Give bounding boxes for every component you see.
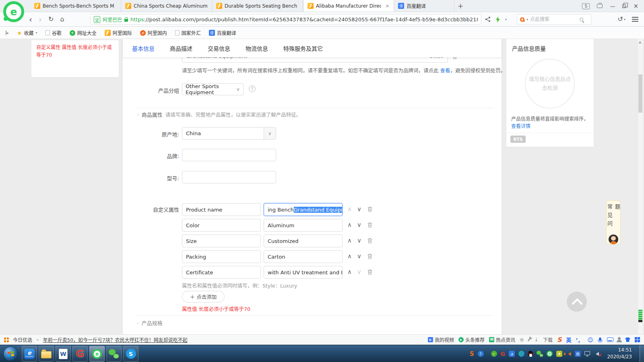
tray-help-icon[interactable]: ? <box>478 351 484 357</box>
tab-trade-info[interactable]: 交易信息 <box>208 44 230 52</box>
attr-value-input[interactable]: ing BenchGrandstand Equipment <box>264 203 343 216</box>
taskbar-app-explorer[interactable] <box>39 346 54 362</box>
tray-wechat-icon[interactable] <box>537 351 543 357</box>
delete-row-icon[interactable] <box>367 238 373 244</box>
page-scrollbar[interactable]: ▲ <box>638 39 643 334</box>
window-close-button[interactable]: × <box>633 2 638 10</box>
download-arrow-icon[interactable]: ↓ <box>534 337 539 343</box>
help-icon[interactable]: ? <box>249 85 256 92</box>
move-up-icon[interactable]: ∧ <box>347 222 352 228</box>
my-videos-item[interactable]: ▶我的视频 <box>428 336 454 343</box>
ime-punctuation-toggle[interactable]: ’， <box>576 336 583 343</box>
headlines-item[interactable]: ▶头条推荐 <box>458 336 485 343</box>
search-engine-icon[interactable] <box>520 17 524 22</box>
bookmark-baidu-translate[interactable]: 译百度翻译 <box>209 29 236 36</box>
delete-row-icon[interactable] <box>367 222 373 228</box>
bookmark-forex[interactable]: 国家外汇 <box>175 29 201 36</box>
home-button[interactable]: ⌂ <box>60 16 64 23</box>
bookmark-google[interactable]: 谷歌 <box>45 29 62 36</box>
recently-closed-caret-icon[interactable]: ▾ <box>624 18 625 21</box>
move-down-icon[interactable]: ∨ <box>357 206 361 212</box>
tray-qq-icon[interactable] <box>528 351 533 357</box>
tray-antivirus-icon[interactable]: ✓ <box>491 351 497 357</box>
move-down-icon[interactable]: ∨ <box>357 238 361 244</box>
bookmark-alibaba-intl[interactable]: 阿里国际 <box>105 29 132 36</box>
browser-tab-4-active[interactable]: Alibaba Manufacturer Directo × <box>303 0 394 12</box>
addon-caret-icon[interactable]: ▾ <box>505 18 507 21</box>
tray-updater-icon[interactable]: + <box>556 351 562 357</box>
news-headline-link[interactable]: 年前一斤卖50，如今一斤亏7块？农民大呼扛不住！网友却说吃不起 <box>43 336 188 343</box>
favorites-menu[interactable]: ★ 收藏 ▾ <box>17 29 37 36</box>
browser-tab-2[interactable]: China Sports Cheap Aluminum <box>121 0 212 12</box>
pin-icon[interactable] <box>527 338 530 341</box>
emoji-icon[interactable]: ☺ <box>587 337 593 343</box>
forward-button[interactable]: › <box>39 15 42 23</box>
sogou-ime-icon[interactable]: S <box>557 336 562 343</box>
toolbox-icon[interactable] <box>597 4 603 8</box>
tab-count-badge[interactable]: 5 <box>582 3 590 9</box>
search-input[interactable] <box>530 16 578 22</box>
attr-value-input[interactable]: Carton <box>264 250 343 263</box>
taskbar-app-browser-active[interactable]: e <box>89 346 105 362</box>
attr-value-input[interactable]: with Anti UV treatment and RoHS <box>264 266 343 279</box>
browser-tab-1[interactable]: Bench Sports-Bench Sports M <box>30 0 121 12</box>
delete-row-icon[interactable] <box>367 269 373 275</box>
tray-sogou-icon[interactable]: S <box>470 350 474 358</box>
keyboard-icon[interactable] <box>607 337 613 342</box>
toolbox-grid-icon[interactable] <box>635 337 640 342</box>
accelerate-bolt-icon[interactable] <box>496 16 500 23</box>
move-up-icon[interactable]: ∧ <box>347 269 352 275</box>
search-box[interactable]: ▾ <box>517 14 591 25</box>
quality-detail-link[interactable]: 查看详情 <box>511 122 530 129</box>
search-engine-caret-icon[interactable]: ▾ <box>526 18 528 21</box>
move-down-icon[interactable]: ∨ <box>357 253 361 259</box>
taskbar-app-alibaba-supplier[interactable]: eSupplier <box>22 346 37 362</box>
window-minimize-button[interactable]: — <box>610 3 615 9</box>
move-down-icon[interactable]: ∨ <box>357 269 361 275</box>
share-icon[interactable] <box>485 16 491 22</box>
move-up-icon[interactable]: ∧ <box>347 206 352 212</box>
attr-name-input[interactable]: Color <box>182 219 261 232</box>
model-input[interactable] <box>182 171 276 183</box>
tab-logistics-info[interactable]: 物流信息 <box>246 44 268 52</box>
bookmarks-collapse-icon[interactable]: ▸ <box>6 31 9 35</box>
download-label[interactable]: 下载 <box>543 336 553 343</box>
tray-swirl-icon[interactable] <box>518 351 524 357</box>
tray-volume-icon[interactable] <box>566 352 571 356</box>
featured-label[interactable]: 今日优选 <box>13 336 32 343</box>
bookmark-alibaba-cn[interactable]: e阿里国内 <box>140 29 167 36</box>
start-button[interactable] <box>3 346 18 361</box>
tray-network-icon[interactable] <box>584 351 590 355</box>
move-up-icon[interactable]: ∧ <box>347 238 352 244</box>
tray-red-g-icon[interactable]: G <box>501 351 506 357</box>
taskbar-app-g[interactable]: G <box>72 346 88 362</box>
tab-product-description[interactable]: 商品描述 <box>170 44 192 52</box>
tab-basic-info[interactable]: 基本信息 <box>132 44 155 52</box>
taskbar-app-word[interactable]: W <box>56 346 71 362</box>
origin-select[interactable]: China ∨ <box>182 127 276 140</box>
brand-input[interactable] <box>182 149 276 161</box>
faq-widget[interactable]: 常见问题 <box>606 200 621 245</box>
scrollbar-thumb[interactable] <box>638 74 642 113</box>
product-group-select[interactable]: Other Sports Equipment ∨ <box>182 83 244 95</box>
attr-value-input[interactable]: Aluminum <box>264 219 343 232</box>
tray-browser-icon[interactable]: e <box>547 351 553 357</box>
taskbar-app-skype[interactable]: S <box>123 346 138 362</box>
move-up-icon[interactable]: ∧ <box>347 253 352 259</box>
delete-row-icon[interactable] <box>367 253 373 259</box>
back-button[interactable]: ‹ <box>29 15 32 23</box>
taskbar-app-wechat[interactable] <box>106 346 122 362</box>
new-tab-button[interactable]: + <box>454 0 466 12</box>
tray-assistant-icon[interactable]: a <box>509 351 515 357</box>
search-icon[interactable] <box>580 18 583 21</box>
show-desktop-button[interactable] <box>640 345 644 362</box>
microphone-icon[interactable] <box>599 337 601 341</box>
chevron-down-icon[interactable]: ∨ <box>264 128 276 139</box>
quality-check-circle[interactable]: 填写核心信息后点击检测 <box>525 59 575 109</box>
keyword-check-link[interactable]: 查看 <box>440 68 450 74</box>
attr-name-input[interactable]: Product name <box>182 203 261 216</box>
attr-value-input[interactable]: Customized <box>264 234 343 247</box>
tray-muted-volume-icon[interactable]: × <box>594 352 599 356</box>
account-icon[interactable] <box>618 337 621 340</box>
move-down-icon[interactable]: ∨ <box>357 222 361 228</box>
